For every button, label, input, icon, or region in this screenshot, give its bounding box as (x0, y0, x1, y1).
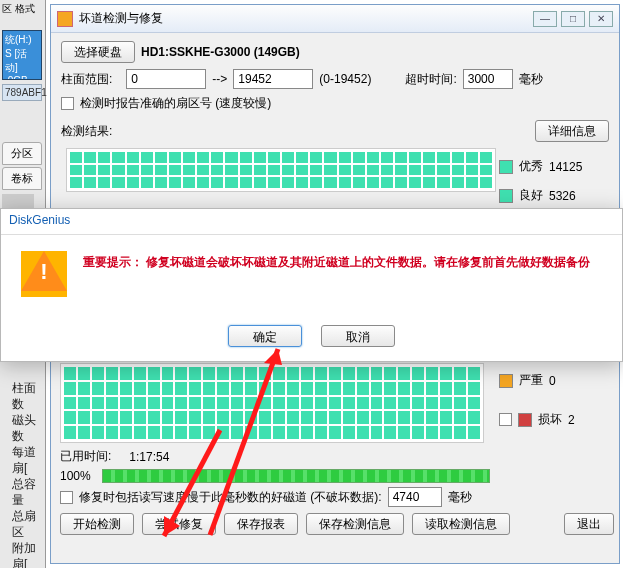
property-list: 柱面数磁头数每道扇[ 总容量总扇区附加扇[ S.M.A硬盘型 温度:通电时 传输… (12, 380, 45, 568)
range-to-input[interactable] (233, 69, 313, 89)
dialog-cancel-button[interactable]: 取消 (321, 325, 395, 347)
accurate-sector-label: 检测时报告准确的扇区号 (速度较慢) (80, 95, 271, 112)
progress-bar (102, 469, 490, 483)
legend-good-label: 良好 (519, 187, 543, 204)
range-hint: (0-19452) (319, 72, 371, 86)
legend-bad-checkbox[interactable] (499, 413, 512, 426)
legend-excellent-label: 优秀 (519, 158, 543, 175)
timeout-label: 超时时间: (405, 71, 456, 88)
load-scan-info-button[interactable]: 读取检测信息 (412, 513, 510, 535)
confirm-dialog: DiskGenius ! 重要提示： 修复坏磁道会破坏坏磁道及其附近磁道上的文件… (0, 208, 623, 362)
cyl-range-label: 柱面范围: (61, 71, 112, 88)
dialog-ok-button[interactable]: 确定 (228, 325, 302, 347)
legend-severe-count: 0 (549, 374, 556, 388)
detail-button[interactable]: 详细信息 (535, 120, 609, 142)
legend-bad-count: 2 (568, 413, 575, 427)
warning-icon: ! (21, 251, 67, 297)
timeout-input[interactable] (463, 69, 513, 89)
try-repair-button[interactable]: 尝试修复 (142, 513, 216, 535)
include-slow-label: 修复时包括读写速度慢于此毫秒数的好磁道 (不破坏数据): (79, 489, 382, 506)
sector-grid-bottom (60, 363, 484, 443)
dialog-text: 重要提示： 修复坏磁道会破坏坏磁道及其附近磁道上的文件数据。请在修复前首先做好数… (83, 253, 590, 272)
range-from-input[interactable] (126, 69, 206, 89)
disk-label: HD1:SSKHE-G3000 (149GB) (141, 45, 300, 59)
exit-button[interactable]: 退出 (564, 513, 614, 535)
close-button[interactable]: ✕ (589, 11, 613, 27)
include-slow-checkbox[interactable] (60, 491, 73, 504)
start-scan-button[interactable]: 开始检测 (60, 513, 134, 535)
elapsed-value: 1:17:54 (129, 450, 169, 464)
legend-excellent-count: 14125 (549, 160, 582, 174)
hex-id: 789ABF1 (2, 84, 42, 101)
disk-badge[interactable]: 统(H:) S [活动] .0GB (2, 30, 42, 80)
elapsed-label: 已用时间: (60, 448, 111, 465)
legend-excellent-swatch (499, 160, 513, 174)
sector-grid-top (66, 148, 496, 192)
legend-good-count: 5326 (549, 189, 576, 203)
maximize-button[interactable]: □ (561, 11, 585, 27)
app-icon (57, 11, 73, 27)
arrow-text: --> (212, 72, 227, 86)
window-title: 坏道检测与修复 (79, 10, 533, 27)
select-disk-button[interactable]: 选择硬盘 (61, 41, 135, 63)
minimize-button[interactable]: — (533, 11, 557, 27)
legend-good-swatch (499, 189, 513, 203)
tab-partition[interactable]: 分区 (2, 142, 42, 165)
legend-severe-swatch (499, 374, 513, 388)
legend-bad-label: 损坏 (538, 411, 562, 428)
progress-percent: 100% (60, 469, 96, 483)
accurate-sector-checkbox[interactable] (61, 97, 74, 110)
legend-severe-label: 严重 (519, 372, 543, 389)
ms-label: 毫秒 (519, 71, 543, 88)
tab-volume[interactable]: 卷标 (2, 167, 42, 190)
result-label: 检测结果: (61, 123, 112, 140)
dialog-title: DiskGenius (1, 209, 622, 235)
left-top-stub: 区 格式 (0, 0, 45, 18)
save-scan-info-button[interactable]: 保存检测信息 (306, 513, 404, 535)
slow-ms-input[interactable] (388, 487, 442, 507)
legend-bad-swatch (518, 413, 532, 427)
save-report-button[interactable]: 保存报表 (224, 513, 298, 535)
slow-ms-label: 毫秒 (448, 489, 472, 506)
